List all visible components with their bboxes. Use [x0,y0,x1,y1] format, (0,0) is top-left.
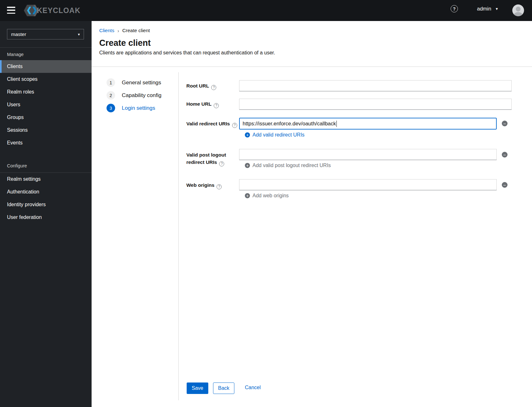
cancel-button[interactable]: Cancel [245,385,261,390]
sidebar-item-groups[interactable]: Groups [0,111,92,124]
header-divider [92,67,532,67]
breadcrumb: Clients › Create client [99,28,150,33]
plus-icon: + [245,132,250,137]
nav-section-configure: Configure [7,163,27,168]
chevron-down-icon: ▾ [496,6,498,11]
sidebar-item-client-scopes[interactable]: Client scopes [0,73,92,86]
sidebar-item-events[interactable]: Events [0,137,92,149]
text-cursor [336,121,337,127]
brand-text: KEYCLOAK [37,6,80,15]
web-origins-label: Web origins? [186,181,233,189]
help-icon[interactable]: ? [232,123,237,128]
save-button[interactable]: Save [187,382,208,394]
plus-icon: + [245,193,250,198]
post-logout-redirect-uris-label: Valid post logout redirect URIs? [186,151,231,166]
wizard-step-login-settings[interactable]: 3 Login settings [107,104,155,112]
sidebar-item-users[interactable]: Users [0,98,92,111]
help-icon[interactable]: ? [214,103,219,108]
home-url-label: Home URL? [186,100,233,108]
wizard-step-general-settings[interactable]: 1 General settings [107,78,161,87]
plus-icon: + [245,163,250,168]
breadcrumb-current: Create client [122,28,150,33]
remove-post-logout-uri-button[interactable]: − [502,152,508,158]
keycloak-admin-console: KEYCLOAK ? admin ▾ master ▾ Manage Clien… [0,0,532,407]
remove-redirect-uri-button[interactable]: − [502,121,508,126]
masthead: KEYCLOAK ? admin ▾ [0,0,532,21]
sidebar-divider [0,47,92,48]
sidebar: master ▾ Manage Clients Client scopes Re… [0,21,92,407]
valid-redirect-uris-input[interactable]: https://issuer.enforce.dev/oauth/callbac… [239,118,497,130]
wizard-divider [178,72,179,400]
remove-web-origin-button[interactable]: − [502,182,508,188]
root-url-input[interactable] [239,80,512,91]
hamburger-menu-icon[interactable] [7,7,15,14]
valid-redirect-uris-label: Valid redirect URIs? [186,120,242,128]
step-number: 1 [107,78,115,87]
post-logout-redirect-uris-input[interactable] [239,149,497,160]
user-menu[interactable]: admin ▾ [477,6,498,12]
add-post-logout-redirect-uris-button[interactable]: + Add valid post logout redirect URIs [245,163,331,168]
avatar[interactable] [512,4,524,16]
help-icon[interactable]: ? [451,5,458,12]
sidebar-item-sessions[interactable]: Sessions [0,124,92,137]
realm-selector[interactable]: master ▾ [7,29,84,39]
root-url-label: Root URL? [186,82,233,90]
chevron-down-icon: ▾ [78,32,80,37]
back-button[interactable]: Back [213,382,234,394]
nav-section-manage: Manage [7,52,24,57]
help-icon[interactable]: ? [219,161,224,166]
wizard-step-capability-config[interactable]: 2 Capability config [107,91,162,100]
username: admin [477,6,491,12]
sidebar-item-identity-providers[interactable]: Identity providers [0,198,92,211]
breadcrumb-clients-link[interactable]: Clients [99,28,114,33]
breadcrumb-separator-icon: › [117,28,119,33]
web-origins-input[interactable] [239,179,497,190]
sidebar-item-realm-roles[interactable]: Realm roles [0,86,92,98]
help-icon[interactable]: ? [217,184,222,189]
sidebar-item-realm-settings[interactable]: Realm settings [0,173,92,186]
page-subtitle: Clients are applications and services th… [99,50,275,56]
help-icon[interactable]: ? [211,85,216,90]
valid-redirect-uris-value: https://issuer.enforce.dev/oauth/callbac… [243,121,336,127]
sidebar-item-user-federation[interactable]: User federation [0,211,92,224]
realm-name: master [11,32,26,37]
sidebar-item-clients[interactable]: Clients [0,60,92,73]
page-title: Create client [99,38,151,48]
step-number: 2 [107,91,115,100]
add-web-origins-button[interactable]: + Add web origins [245,193,289,199]
step-number: 3 [107,104,115,112]
home-url-input[interactable] [239,99,512,110]
sidebar-item-authentication[interactable]: Authentication [0,186,92,198]
add-valid-redirect-uris-button[interactable]: + Add valid redirect URIs [245,132,305,138]
keycloak-logo[interactable]: KEYCLOAK [23,4,80,17]
